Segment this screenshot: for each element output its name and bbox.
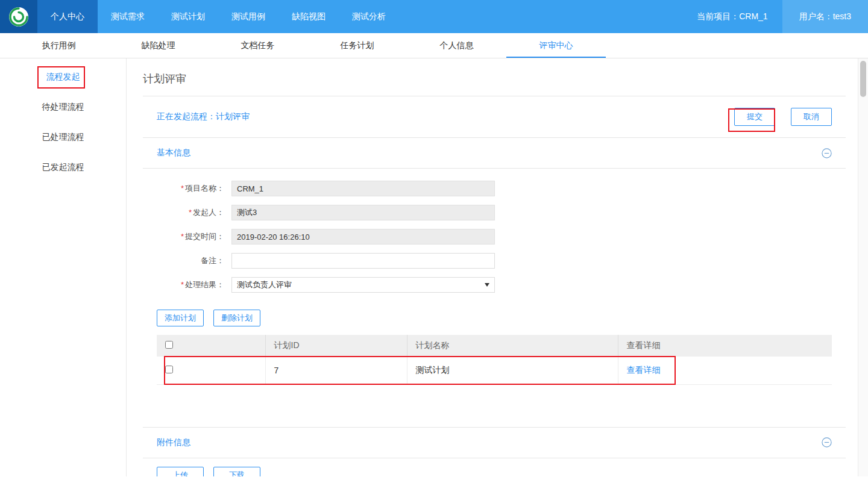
scrollbar-thumb[interactable] [860, 61, 866, 97]
form-row-remark: 备注： [157, 253, 846, 269]
attachment-title: 附件信息 [157, 437, 190, 448]
form-row-result: *处理结果： 测试负责人评审 [157, 277, 846, 293]
secondary-navbar: 执行用例 缺陷处理 文档任务 任务计划 个人信息 评审中心 [0, 33, 868, 58]
row-plan-id: 7 [265, 357, 407, 384]
nav-test-plan[interactable]: 测试计划 [158, 0, 218, 33]
content-area: 流程发起 待处理流程 已处理流程 已发起流程 计划评审 正在发起流程：计划评审 … [0, 58, 868, 476]
basic-info-title: 基本信息 [157, 148, 190, 158]
page-root: 个人中心 测试需求 测试计划 测试用例 缺陷视图 测试分析 当前项目：CRM_1… [0, 0, 868, 477]
plan-table-header-row: 计划ID 计划名称 查看详细 [157, 335, 832, 357]
basic-info-header: 基本信息 [143, 138, 846, 169]
remark-field[interactable] [231, 253, 495, 269]
app-logo[interactable] [0, 0, 37, 33]
attachment-header: 附件信息 [143, 428, 846, 458]
row-plan-name: 测试计划 [407, 357, 618, 384]
result-select-value: 测试负责人评审 [237, 279, 292, 290]
select-all-checkbox[interactable] [165, 341, 173, 349]
sidebar-item-initiated-flows[interactable]: 已发起流程 [0, 152, 126, 182]
tab-task-plan[interactable]: 任务计划 [307, 33, 407, 58]
sidebar-item-flow-initiate[interactable]: 流程发起 [0, 61, 126, 92]
view-detail-link[interactable]: 查看详细 [627, 365, 661, 375]
collapse-minus-icon[interactable] [822, 437, 832, 447]
project-name-label: *项目名称： [157, 183, 224, 194]
tab-defect-handling[interactable]: 缺陷处理 [108, 33, 208, 58]
page-title: 计划评审 [143, 58, 846, 96]
nav-test-analysis[interactable]: 测试分析 [339, 0, 399, 33]
project-name-field [231, 181, 495, 196]
remark-label: 备注： [157, 255, 224, 266]
required-mark: * [189, 208, 192, 217]
current-project-label[interactable]: 当前项目：CRM_1 [682, 0, 782, 33]
upload-button[interactable]: 上传 [157, 467, 204, 477]
add-plan-button[interactable]: 添加计划 [157, 310, 204, 326]
tab-review-center[interactable]: 评审中心 [506, 33, 606, 58]
result-select[interactable]: 测试负责人评审 [231, 277, 495, 293]
tab-execute-cases[interactable]: 执行用例 [9, 33, 108, 58]
result-label: *处理结果： [157, 279, 224, 290]
nav-defect-view[interactable]: 缺陷视图 [278, 0, 339, 33]
row-detail-cell: 查看详细 [618, 357, 832, 384]
basic-info-form: *项目名称： *发起人： *提交时间： 备注： [143, 169, 846, 293]
header-view-detail: 查看详细 [618, 335, 832, 357]
green-swirl-logo-icon [8, 7, 29, 27]
submit-time-field [231, 229, 495, 245]
sidebar-item-pending-flows[interactable]: 待处理流程 [0, 92, 126, 122]
flow-banner-buttons: 提交 取消 [734, 108, 832, 126]
attachment-actions: 上传 下载 [143, 458, 846, 477]
header-checkbox-cell [157, 335, 265, 357]
row-checkbox-cell [157, 357, 265, 384]
header-plan-name: 计划名称 [407, 335, 618, 357]
main-panel: 计划评审 正在发起流程：计划评审 提交 取消 基本信息 [127, 58, 858, 476]
required-mark: * [181, 280, 184, 289]
dropdown-arrow-icon [485, 283, 489, 287]
top-nav-items: 个人中心 测试需求 测试计划 测试用例 缺陷视图 测试分析 [37, 0, 399, 33]
cancel-button[interactable]: 取消 [791, 108, 832, 126]
submit-time-label: *提交时间： [157, 231, 224, 242]
form-row-project-name: *项目名称： [157, 181, 846, 196]
basic-info-section: 基本信息 *项目名称： *发起人： [143, 138, 846, 385]
form-row-initiator: *发起人： [157, 205, 846, 220]
flow-banner-row: 正在发起流程：计划评审 提交 取消 [143, 96, 846, 138]
nav-personal-center[interactable]: 个人中心 [37, 0, 98, 33]
username-label[interactable]: 用户名：test3 [782, 0, 868, 33]
table-row: 7 测试计划 查看详细 [157, 357, 832, 384]
delete-plan-button[interactable]: 删除计划 [213, 310, 260, 326]
initiator-field [231, 205, 495, 220]
sidebar-item-processed-flows[interactable]: 已处理流程 [0, 122, 126, 152]
top-navbar: 个人中心 测试需求 测试计划 测试用例 缺陷视图 测试分析 当前项目：CRM_1… [0, 0, 868, 33]
attachment-section: 附件信息 上传 下载 [143, 427, 846, 477]
tab-document-tasks[interactable]: 文档任务 [208, 33, 307, 58]
required-mark: * [181, 184, 184, 193]
sidebar: 流程发起 待处理流程 已处理流程 已发起流程 [0, 58, 127, 476]
header-plan-id: 计划ID [265, 335, 407, 357]
tab-personal-info[interactable]: 个人信息 [407, 33, 506, 58]
download-button[interactable]: 下载 [213, 467, 260, 477]
row-checkbox[interactable] [165, 366, 173, 373]
form-row-submit-time: *提交时间： [157, 229, 846, 245]
nav-test-requirements[interactable]: 测试需求 [98, 0, 158, 33]
submit-button[interactable]: 提交 [734, 108, 775, 126]
initiator-label: *发起人： [157, 207, 224, 218]
required-mark: * [181, 232, 184, 241]
flow-banner-text: 正在发起流程：计划评审 [157, 111, 250, 122]
nav-test-cases[interactable]: 测试用例 [218, 0, 278, 33]
top-nav-right: 当前项目：CRM_1 用户名：test3 [682, 0, 868, 33]
plan-table: 计划ID 计划名称 查看详细 7 测试计划 查看详细 [157, 335, 832, 385]
plan-actions: 添加计划 删除计划 [143, 301, 846, 335]
vertical-scrollbar[interactable] [858, 58, 868, 476]
collapse-minus-icon[interactable] [822, 148, 832, 158]
